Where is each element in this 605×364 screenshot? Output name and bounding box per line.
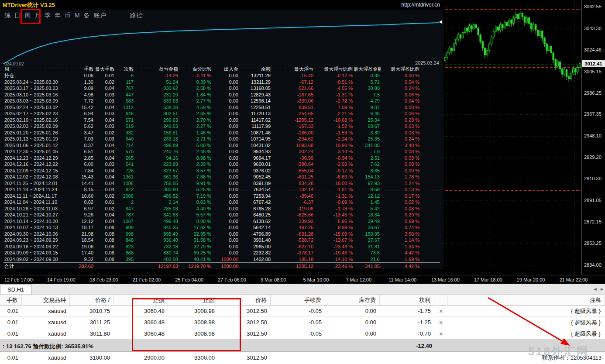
stats-cell: 2025.03.17 ~ 2025.03.23 xyxy=(3,85,77,92)
stats-row: 2025.02.17 ~ 2025.02.236.940.03646302.51… xyxy=(3,110,440,117)
stats-cell: 246.53 xyxy=(134,123,179,130)
stats-cell: 0.02 xyxy=(94,206,115,212)
stats-cell: 2024.09.30 ~ 2024.10.06 xyxy=(3,231,77,237)
stats-cell: 9.32 xyxy=(77,256,94,263)
menu-item-10[interactable]: 账户 xyxy=(94,12,106,19)
price-label: 2967.35 xyxy=(584,111,602,117)
order-cell: -0.70 xyxy=(380,328,434,340)
stats-cell: 持仓 xyxy=(3,72,77,79)
stats-cell: 1.24 % xyxy=(381,180,420,187)
stats-cell: 714 xyxy=(115,142,134,149)
time-label: 13 Mar 16:00 xyxy=(431,277,460,282)
menu-item-9[interactable]: 备 xyxy=(84,12,90,19)
stats-cell: 13211.29 xyxy=(239,72,272,79)
stats-cell: 2.85 xyxy=(77,155,94,161)
stats-cell: 10714.95 xyxy=(239,136,272,142)
stats-row: 2025.01.13 ~ 2025.01.197.030.03640283.13… xyxy=(3,136,440,142)
order-cell: xauusd xyxy=(22,352,70,364)
stats-cell: 0.03 xyxy=(94,136,115,142)
stats-cell: -0.11 % xyxy=(179,72,212,79)
order-cell: -0.05 xyxy=(271,328,325,340)
stats-cell: 332 xyxy=(115,130,134,136)
stats-cell: 8.65 xyxy=(354,168,381,174)
stats-cell: 0.00 xyxy=(212,186,239,193)
menu-item-7[interactable]: 币 xyxy=(65,12,71,19)
stats-row: 2024.11.18 ~ 2024.11.248.150.04822380.60… xyxy=(3,186,440,193)
stats-cell: -1205.12 xyxy=(272,263,314,269)
stats-cell: -2.93 % xyxy=(314,161,354,168)
stats-cell: -14.10 % xyxy=(314,256,354,263)
stats-cell: 2.70 % xyxy=(179,117,212,124)
orders-column-header-10[interactable] xyxy=(434,295,447,305)
close-order-icon[interactable]: × xyxy=(434,306,447,317)
stats-cell: 936.40 xyxy=(134,237,179,244)
stats-cell: 40.21 % xyxy=(179,256,212,263)
stats-cell: 0.02 xyxy=(94,193,115,199)
stats-cell: 15.42 xyxy=(77,104,94,111)
stats-cell: 0.00 xyxy=(212,85,239,92)
stats-cell: -1.78 % xyxy=(314,206,354,212)
menu-item-2[interactable]: 日 xyxy=(14,12,21,19)
stats-cell: 73.6 xyxy=(354,250,381,256)
close-order-icon[interactable]: × xyxy=(434,317,447,328)
stats-cell: 2024.11.11 ~ 2024.11.17 xyxy=(3,193,77,199)
panel-url-link[interactable]: http://mtdriver.cn xyxy=(401,0,440,10)
chart-tab[interactable]: SD,H1 xyxy=(0,285,31,294)
stats-cell: 2024.12.16 ~ 2024.12.22 xyxy=(3,161,77,168)
menu-item-6[interactable]: 年 xyxy=(55,12,61,19)
stats-cell: 7.88 % xyxy=(179,174,212,180)
stats-col-header: 最大浮亏比例 xyxy=(314,65,354,72)
orders-column-header-9[interactable]: 获利 xyxy=(380,295,434,305)
stats-cell: -119.06 xyxy=(272,206,314,212)
stats-cell: 7634.54 xyxy=(239,186,272,193)
stats-cell: 895.49 xyxy=(134,231,179,237)
stats-cell: 2024.09.09 ~ 2024.09.15 xyxy=(3,250,77,256)
stats-cell: 30.88 xyxy=(354,85,381,92)
stats-cell: 0.06 xyxy=(77,72,94,79)
stats-cell: 0.00 xyxy=(212,117,239,124)
stats-cell: 13160.05 xyxy=(239,85,272,92)
orders-column-header-7[interactable]: 手续费 xyxy=(271,295,325,305)
order-cell: 3010.75 xyxy=(70,306,113,317)
stats-cell: 0.04 xyxy=(94,168,115,174)
orders-column-header-2[interactable]: 交易品种 xyxy=(22,295,70,305)
menu-item-5[interactable]: 季 xyxy=(45,12,51,19)
menu-item-11[interactable]: 路径 xyxy=(130,12,142,19)
stats-cell: 2024.10.14 ~ 2024.10.20 xyxy=(3,218,77,225)
price-label: 2986.25 xyxy=(584,90,602,96)
stats-cell: 0.02 xyxy=(77,199,94,206)
stats-cell: 0.00 xyxy=(212,155,239,161)
price-scale[interactable]: 3062.553043.303024.463005.152986.252967.… xyxy=(581,0,605,275)
stats-cell: 2965.00 xyxy=(239,244,272,250)
orders-column-header-1[interactable]: 手数 xyxy=(0,295,22,305)
stats-cell: 395 xyxy=(115,256,134,263)
stats-cell: 2.51 xyxy=(354,155,381,161)
stats-cell: 12.12 xyxy=(354,193,381,199)
stats-cell: 10431.82 xyxy=(239,142,272,149)
stats-row: 2025.02.10 ~ 2025.02.167.540.04671299.63… xyxy=(3,117,440,124)
stats-cell: 2.27 % xyxy=(179,123,212,130)
current-price-tag: 3012.41 xyxy=(582,60,605,67)
stats-col-header: 最大浮盈金额 xyxy=(354,65,381,72)
stats-cell: 998 xyxy=(115,231,134,237)
stats-cell: 265 xyxy=(115,155,134,161)
menu-item-1[interactable]: 综 xyxy=(4,12,10,19)
stats-cell: -5.95 % xyxy=(314,218,354,225)
stats-cell: 0.03 xyxy=(94,98,115,104)
menu-item-8[interactable]: M xyxy=(75,12,80,19)
stats-cell: 538.38 xyxy=(134,104,179,111)
stats-cell: 2024.09.16 ~ 2024.09.22 xyxy=(3,244,77,250)
panel-title: MTDriver统计 V3.25 xyxy=(0,2,55,8)
stats-cell: 2025.02.03 ~ 2025.02.09 xyxy=(3,123,77,130)
stats-cell: -1.31 % xyxy=(314,193,354,199)
close-order-icon[interactable]: × xyxy=(434,328,447,340)
orders-column-header-8[interactable]: 库存费 xyxy=(325,295,380,305)
stats-cell: 9.26 xyxy=(77,212,94,218)
time-axis[interactable]: 12 Feb 17:0014 Feb 19:0018 Feb 23:0021 F… xyxy=(0,275,605,284)
stats-cell: 0.08 xyxy=(94,231,115,237)
stats-cell: 683 xyxy=(115,98,134,104)
stats-cell: 0.74 % xyxy=(381,224,420,231)
orders-column-header-3[interactable]: 价格 / xyxy=(70,295,113,305)
stats-row: 2025.03.03 ~ 2025.03.097.720.03683339.63… xyxy=(3,98,440,104)
time-label: 11 Mar 14:00 xyxy=(388,277,416,282)
